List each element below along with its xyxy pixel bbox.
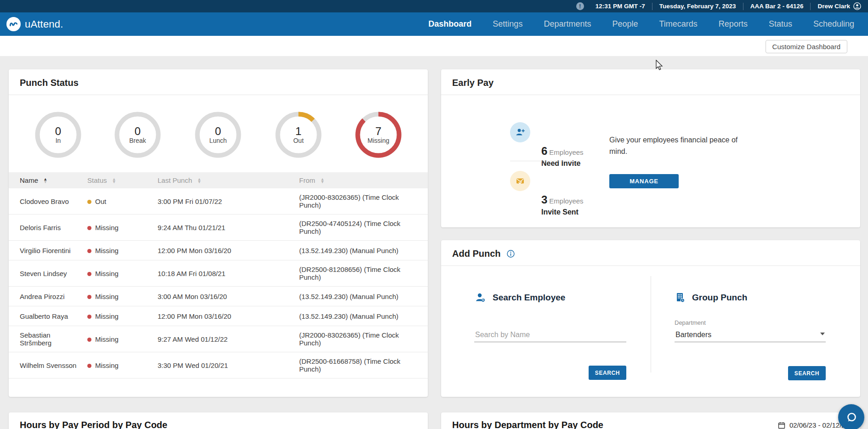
circle-label: Out (293, 137, 304, 144)
chat-fab-button[interactable] (838, 404, 864, 429)
invite-sent-count: 3Employees (541, 193, 584, 206)
status-dot-icon (87, 364, 91, 368)
table-row[interactable]: Virgilio FiorentiniMissing12:00 PM Mon 0… (9, 241, 428, 260)
brand-name: uAttend. (25, 18, 63, 30)
punch-status-circles: 0 In 0 Break 0 Lunch 1 Out 7 Missing (9, 95, 428, 172)
nav-item-timecards[interactable]: Timecards (659, 19, 698, 29)
table-header-row: Name ▲▼ Status ▲▼ Last Punch ▲▼ From ▲▼ (9, 172, 428, 188)
building-icon (674, 291, 686, 304)
column-header-last-punch[interactable]: Last Punch ▲▼ (158, 172, 299, 188)
person-search-icon (474, 291, 487, 304)
cell-last-punch: 10:18 AM Fri 01/08/21 (158, 260, 299, 287)
punch-status-table: Name ▲▼ Status ▲▼ Last Punch ▲▼ From ▲▼ … (9, 172, 428, 378)
circle-label: Missing (368, 137, 389, 144)
nav-item-settings[interactable]: Settings (493, 19, 522, 29)
cell-from: (DR2500-47405124) (Time Clock Punch) (299, 214, 428, 241)
add-punch-body: Search Employee SEARCH Group Punch Depar… (441, 266, 860, 397)
table-row[interactable]: Wilhelm SvenssonMissing3:30 PM Wed 01/20… (9, 352, 428, 378)
circle-value: 0 (135, 125, 141, 137)
cell-last-punch: 9:27 AM Wed 01/12/22 (158, 326, 299, 352)
cell-name: Clodoveo Bravo (9, 188, 87, 214)
cell-status: Missing (87, 306, 158, 326)
table-row[interactable]: Clodoveo BravoOut3:00 PM Fri 01/07/22(JR… (9, 188, 428, 214)
cell-status: Missing (87, 241, 158, 260)
customize-dashboard-button[interactable]: Customize Dashboard (766, 40, 847, 53)
hours-by-department-title: Hours by Department by Pay Code (452, 420, 603, 429)
table-row[interactable]: Sebastian StršmbergMissing9:27 AM Wed 01… (9, 326, 428, 352)
status-dot-icon (87, 295, 91, 299)
early-pay-description: Give your employees financial peace of m… (609, 135, 743, 158)
column-header-from[interactable]: From ▲▼ (299, 172, 428, 188)
department-value: Bartenders (675, 331, 711, 339)
invite-sent-label: Invite Sent (541, 208, 579, 216)
info-icon[interactable] (507, 250, 515, 258)
calendar-icon (778, 422, 785, 429)
hours-by-pay-period-title: Hours by Pay Period by Pay Code (20, 420, 167, 429)
status-dot-icon (87, 272, 91, 276)
chevron-down-icon (820, 333, 825, 335)
cell-status: Missing (87, 352, 158, 378)
page-toolbar: Customize Dashboard (0, 36, 868, 56)
group-punch-title: Group Punch (692, 293, 747, 303)
early-pay-card: Early Pay 6Employees Need Invite 3Employ… (441, 69, 860, 227)
search-employee-button[interactable]: SEARCH (589, 366, 626, 380)
cell-from: (JR2000-83026365) (Time Clock Punch) (299, 188, 428, 214)
nav-item-people[interactable]: People (612, 19, 638, 29)
table-row[interactable]: Andrea PirozziMissing3:00 AM Mon 03/16/2… (9, 287, 428, 306)
sort-icon: ▲▼ (320, 178, 324, 183)
nav-item-status[interactable]: Status (769, 19, 792, 29)
table-row[interactable]: Steven LindseyMissing10:18 AM Fri 01/08/… (9, 260, 428, 287)
uattend-logo-icon (6, 17, 21, 31)
circle-label: Lunch (209, 137, 227, 144)
status-dot-icon (87, 226, 91, 230)
table-row[interactable]: Gualberto RayaMissing12:00 PM Mon 03/16/… (9, 306, 428, 326)
search-employee-input[interactable] (474, 328, 626, 342)
column-header-name[interactable]: Name ▲▼ (9, 172, 87, 188)
table-row[interactable]: Deloris FarrisMissing9:24 AM Thu 01/21/2… (9, 214, 428, 241)
status-dot-icon (87, 315, 91, 319)
search-employee-title: Search Employee (493, 293, 565, 303)
nav-item-scheduling[interactable]: Scheduling (813, 19, 854, 29)
cell-status: Out (87, 188, 158, 214)
punch-circle-missing: 7 Missing (355, 112, 402, 158)
punch-circle-lunch: 0 Lunch (195, 112, 241, 158)
need-invite-icon-circle (510, 122, 530, 142)
cell-name: Virgilio Fiorentini (9, 241, 87, 260)
nav-menu: DashboardSettingsDepartmentsPeopleTimeca… (428, 19, 868, 29)
column-header-status[interactable]: Status ▲▼ (87, 172, 158, 188)
group-punch-search-button[interactable]: SEARCH (788, 366, 826, 380)
department-select[interactable]: Bartenders (675, 328, 826, 342)
status-dot-icon (87, 338, 91, 342)
punch-circle-break: 0 Break (114, 112, 161, 158)
punch-circle-in: 0 In (35, 112, 81, 158)
cell-last-punch: 3:00 AM Mon 03/16/20 (158, 287, 299, 306)
manage-button[interactable]: MANAGE (609, 174, 679, 188)
brand-logo[interactable]: uAttend. (6, 17, 63, 31)
punch-status-card: Punch Status 0 In 0 Break 0 Lunch 1 Out … (9, 69, 428, 397)
cell-status: Missing (87, 287, 158, 306)
circle-value: 1 (295, 125, 301, 137)
cell-last-punch: 9:24 AM Thu 01/21/21 (158, 214, 299, 241)
divider (510, 161, 580, 161)
add-punch-card: Add Punch Search Employee SEARCH (441, 240, 860, 397)
need-invite-count: 6Employees (541, 145, 584, 158)
punch-status-title: Punch Status (20, 78, 79, 88)
cell-from: (DR2500-81208656) (Time Clock Punch) (299, 260, 428, 287)
date-range-picker[interactable]: 02/06/23 - 02/12/23 (778, 421, 849, 429)
cell-status: Missing (87, 326, 158, 352)
user-avatar-icon (853, 2, 861, 10)
alert-icon[interactable]: ! (576, 2, 584, 10)
nav-item-dashboard[interactable]: Dashboard (428, 19, 471, 29)
user-menu[interactable]: Drew Clark (810, 3, 868, 10)
group-punch-section-head: Group Punch (674, 291, 747, 304)
cell-last-punch: 12:00 PM Mon 03/16/20 (158, 241, 299, 260)
person-add-icon (515, 127, 526, 138)
cell-status: Missing (87, 260, 158, 287)
search-employee-section-head: Search Employee (474, 291, 565, 304)
circle-value: 0 (215, 125, 221, 137)
nav-item-reports[interactable]: Reports (719, 19, 748, 29)
circle-value: 0 (55, 125, 61, 137)
cell-from: (13.52.149.230) (Manual Punch) (299, 306, 428, 326)
punch-circle-out: 1 Out (275, 112, 322, 158)
nav-item-departments[interactable]: Departments (544, 19, 591, 29)
